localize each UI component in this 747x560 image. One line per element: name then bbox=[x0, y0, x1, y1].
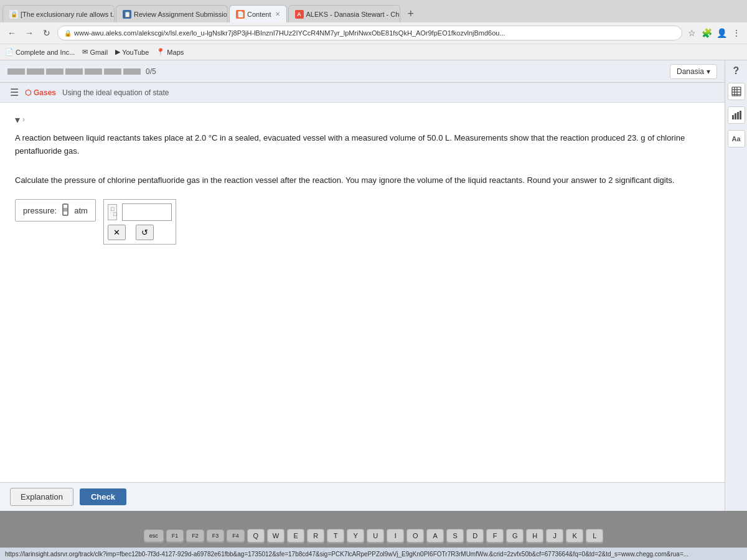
check-button[interactable]: Check bbox=[80, 488, 126, 505]
dropdown-chevron: ▾ bbox=[707, 67, 710, 76]
text-button[interactable]: Aa bbox=[728, 130, 745, 147]
btn-row: ✕ ↺ bbox=[108, 225, 172, 240]
tab-2[interactable]: 📋 Review Assignment Submissio... ✕ bbox=[116, 5, 228, 22]
explanation-button[interactable]: Explanation bbox=[10, 488, 73, 506]
key-f1[interactable]: F1 bbox=[166, 530, 184, 542]
key-s[interactable]: S bbox=[446, 529, 464, 543]
browser-chrome: 🔒 [The exclusionary rule allows t... ✕ 📋… bbox=[0, 0, 747, 60]
tab-bar: 🔒 [The exclusionary rule allows t... ✕ 📋… bbox=[0, 0, 747, 22]
progress-bar bbox=[7, 68, 141, 75]
expand-icon[interactable]: ▾ bbox=[15, 114, 20, 126]
fraction-icon[interactable]: □ □ bbox=[108, 204, 117, 220]
back-button[interactable]: ← bbox=[5, 26, 19, 40]
key-g[interactable]: G bbox=[506, 529, 524, 543]
key-a[interactable]: A bbox=[426, 529, 444, 543]
new-tab-button[interactable]: + bbox=[402, 5, 421, 22]
aleks-container: 0/5 Danasia ▾ ☰ ⬡ Gases Using the ideal … bbox=[0, 60, 725, 511]
key-k[interactable]: K bbox=[566, 529, 583, 543]
svg-rect-8 bbox=[732, 115, 734, 119]
right-sidebar: ? Aa bbox=[725, 60, 747, 511]
reload-button[interactable]: ↻ bbox=[40, 26, 54, 40]
answer-area: pressure: atm □ bbox=[15, 199, 710, 245]
bookmark-maps-label: Maps bbox=[167, 49, 184, 56]
key-u[interactable]: U bbox=[367, 529, 384, 543]
forward-button[interactable]: → bbox=[22, 26, 36, 40]
clear-button[interactable]: ✕ bbox=[108, 225, 126, 240]
help-button[interactable]: ? bbox=[733, 65, 740, 77]
username-label: Danasia bbox=[677, 67, 704, 76]
key-r[interactable]: R bbox=[307, 529, 324, 543]
key-y[interactable]: Y bbox=[347, 529, 364, 543]
progress-label: 0/5 bbox=[146, 67, 156, 76]
tab2-label: Review Assignment Submissio... bbox=[134, 11, 228, 18]
key-f[interactable]: F bbox=[486, 529, 504, 543]
extension-icon[interactable]: 🧩 bbox=[701, 27, 712, 39]
key-w[interactable]: W bbox=[267, 529, 284, 543]
tab-4[interactable]: A ALEKS - Danasia Stewart - Ch... ✕ bbox=[288, 5, 400, 22]
topic-name: Gases bbox=[34, 88, 56, 97]
svg-rect-10 bbox=[737, 112, 739, 119]
answer-input[interactable] bbox=[122, 203, 172, 221]
bookmark-maps[interactable]: 📍 Maps bbox=[156, 48, 184, 56]
tab-3[interactable]: 📄 Content ✕ bbox=[229, 5, 287, 22]
bookmark-complete[interactable]: 📄 Complete and Inc... bbox=[5, 48, 75, 56]
key-esc[interactable]: esc bbox=[144, 530, 164, 542]
table-button[interactable] bbox=[728, 83, 745, 100]
pressure-gauge-icon bbox=[60, 203, 70, 218]
tab-1[interactable]: 🔒 [The exclusionary rule allows t... ✕ bbox=[2, 5, 115, 22]
input-box-container: □ □ ✕ ↺ bbox=[103, 199, 176, 245]
pressure-label-box: pressure: atm bbox=[15, 199, 96, 222]
tab4-label: ALEKS - Danasia Stewart - Ch... bbox=[306, 11, 400, 18]
address-text: www-awu.aleks.com/alekscgi/x/lsl.exe/lo_… bbox=[74, 29, 505, 37]
profile-icon[interactable]: 👤 bbox=[716, 27, 727, 39]
bottom-bar: Explanation Check bbox=[0, 482, 725, 511]
key-h[interactable]: H bbox=[526, 529, 543, 543]
chart-button[interactable] bbox=[728, 106, 745, 124]
browser-icons: ☆ 🧩 👤 ⋮ bbox=[686, 27, 742, 39]
progress-seg-6 bbox=[104, 68, 121, 75]
progress-area: 0/5 bbox=[7, 67, 156, 76]
progress-seg-5 bbox=[85, 68, 102, 75]
settings-icon[interactable]: ⋮ bbox=[731, 27, 742, 39]
question-text-2: Calculate the pressure of chlorine penta… bbox=[15, 174, 710, 187]
key-f3[interactable]: F3 bbox=[207, 530, 225, 542]
topic-subtitle: Using the ideal equation of state bbox=[62, 88, 169, 97]
progress-seg-2 bbox=[27, 68, 44, 75]
secure-icon: 🔒 bbox=[64, 30, 72, 37]
address-bar[interactable]: 🔒 www-awu.aleks.com/alekscgi/x/lsl.exe/l… bbox=[57, 26, 682, 40]
key-e[interactable]: E bbox=[287, 529, 304, 543]
menu-icon[interactable]: ☰ bbox=[10, 86, 19, 98]
key-l[interactable]: L bbox=[586, 529, 603, 543]
key-d[interactable]: D bbox=[466, 529, 484, 543]
topic-icon: ⬡ bbox=[25, 88, 31, 97]
bookmark-youtube-label: YouTube bbox=[122, 49, 149, 56]
pressure-text: pressure: bbox=[23, 206, 57, 215]
svg-rect-9 bbox=[735, 113, 736, 119]
pressure-unit: atm bbox=[74, 206, 88, 215]
main-content: 0/5 Danasia ▾ ☰ ⬡ Gases Using the ideal … bbox=[0, 60, 747, 511]
aleks-topbar: 0/5 Danasia ▾ bbox=[0, 60, 725, 83]
undo-button[interactable]: ↺ bbox=[136, 225, 154, 240]
key-o[interactable]: O bbox=[406, 529, 424, 543]
chevron-right: › bbox=[22, 115, 25, 124]
tab3-icon: 📄 bbox=[236, 10, 245, 19]
bookmark-youtube[interactable]: ▶ YouTube bbox=[115, 48, 149, 56]
key-q[interactable]: Q bbox=[247, 529, 265, 543]
input-row: □ □ bbox=[108, 203, 172, 221]
bookmark-star-icon[interactable]: ☆ bbox=[686, 27, 697, 39]
status-bar: https://larinsight.adsrvr.org/track/clk?… bbox=[0, 548, 747, 560]
bookmark-gmail[interactable]: ✉ Gmail bbox=[82, 48, 108, 56]
tab1-label: [The exclusionary rule allows t... bbox=[21, 11, 115, 18]
key-j[interactable]: J bbox=[546, 529, 563, 543]
user-dropdown[interactable]: Danasia ▾ bbox=[670, 64, 717, 79]
tab1-icon: 🔒 bbox=[9, 10, 18, 19]
bookmark-complete-label: Complete and Inc... bbox=[16, 49, 75, 56]
progress-seg-3 bbox=[46, 68, 63, 75]
key-t[interactable]: T bbox=[327, 529, 344, 543]
key-f4[interactable]: F4 bbox=[227, 530, 245, 542]
tab3-close[interactable]: ✕ bbox=[275, 11, 280, 17]
question-body: ▾ › A reaction between liquid reactants … bbox=[0, 103, 725, 482]
tab3-label: Content bbox=[247, 11, 271, 18]
key-i[interactable]: I bbox=[387, 529, 404, 543]
key-f2[interactable]: F2 bbox=[186, 530, 204, 542]
